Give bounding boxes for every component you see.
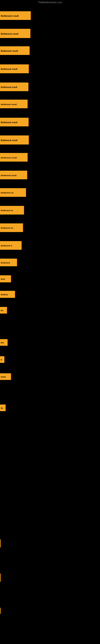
bottleneck-badge-7: Bottleneck result (0, 136, 29, 144)
bottleneck-badge-12: Bottleneck res (0, 224, 23, 232)
bottleneck-badge-8: Bottleneck result (0, 153, 28, 162)
bottleneck-badge-19: B (0, 356, 4, 363)
bottleneck-badge-11: Bottleneck res (0, 206, 24, 214)
bottleneck-badge-17: Bo (0, 307, 7, 314)
bottleneck-badge-4: Bottleneck result (0, 82, 28, 91)
bottleneck-badge-21: Bo (0, 404, 6, 411)
bottleneck-badge-3: Bottleneck result (0, 64, 29, 73)
bottleneck-badge-15: Bottl (0, 275, 11, 282)
bottleneck-badge-18: Bot (0, 339, 8, 346)
vertical-bar-1 (0, 574, 0, 582)
bottleneck-badge-2: Bottleneck result (0, 46, 30, 55)
bottleneck-badge-10: Bottleneck res (0, 188, 26, 197)
bottleneck-badge-0: Bottleneck result (0, 11, 31, 20)
bottleneck-badge-1: Bottleneck result (0, 29, 30, 38)
bottleneck-badge-9: Bottleneck result (0, 171, 27, 179)
site-title: TheBottlenecker.com (38, 1, 62, 4)
bottleneck-badge-5: Bottleneck result (0, 100, 28, 108)
bottleneck-badge-14: Bottleneck (0, 258, 17, 266)
bottleneck-badge-16: Bottlene (0, 291, 15, 298)
bottleneck-badge-13: Bottleneck re (0, 241, 22, 250)
bottleneck-badge-6: Bottleneck result (0, 118, 29, 126)
bottleneck-badge-20: Bottle (0, 373, 11, 380)
vertical-bar-0 (0, 539, 0, 548)
vertical-bar-2 (0, 608, 0, 614)
